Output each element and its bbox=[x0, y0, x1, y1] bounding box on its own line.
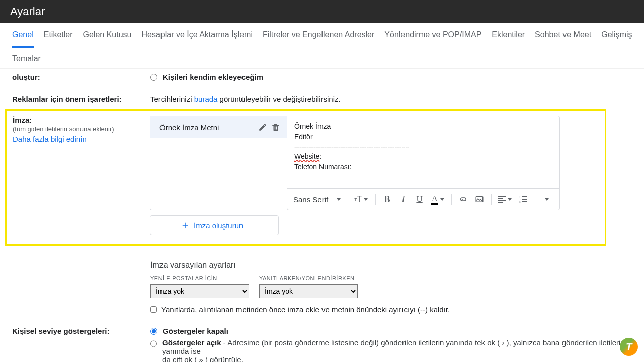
new-emails-label: YENİ E-POSTALAR İÇİN bbox=[150, 275, 249, 281]
svg-text:3: 3 bbox=[519, 201, 521, 203]
image-button[interactable] bbox=[473, 193, 486, 206]
tab-labels[interactable]: Etiketler bbox=[44, 30, 73, 48]
signature-item[interactable]: Örnek İmza Metni bbox=[150, 116, 287, 138]
sig-separator: ----------------------------------------… bbox=[294, 142, 552, 151]
remove-separator-label: Yanıtlarda, alıntılanan metinden önce im… bbox=[161, 305, 450, 314]
reply-forward-label: YANITLARKEN/YÖNLENDİRİRKEN bbox=[259, 275, 358, 281]
indicators-on-radio[interactable] bbox=[150, 340, 157, 347]
page-title: Ayarlar bbox=[0, 0, 644, 23]
chevron-down-icon bbox=[508, 198, 512, 201]
new-emails-signature-select[interactable]: İmza yok bbox=[150, 284, 249, 298]
signature-learn-more-link[interactable]: Daha fazla bilgi edinin bbox=[13, 135, 150, 143]
tab-themes[interactable]: Temalar bbox=[12, 54, 41, 63]
indicators-on-label: Göstergeler açık - Adresime (bir posta g… bbox=[162, 338, 632, 362]
more-formatting-button[interactable] bbox=[540, 193, 553, 206]
sig-line-2: Editör bbox=[294, 132, 552, 142]
indicators-off-label: Göstergeler kapalı bbox=[163, 327, 228, 335]
signature-item-name: Örnek İmza Metni bbox=[159, 123, 255, 132]
font-size-picker[interactable]: тT bbox=[352, 193, 370, 206]
create-signature-button[interactable]: İmza oluşturun bbox=[150, 215, 279, 235]
indicators-label: Kişisel seviye göstergeleri: bbox=[12, 327, 150, 362]
sig-line-4: Telefon Numarası: bbox=[294, 162, 552, 172]
svg-rect-4 bbox=[498, 202, 503, 203]
bold-button[interactable]: B bbox=[381, 193, 394, 206]
plus-icon bbox=[181, 221, 190, 230]
signature-editor-panel: Örnek İmza Editör ----------------------… bbox=[287, 116, 560, 210]
ads-label: Reklamlar için önem işaretleri: bbox=[12, 95, 150, 103]
chevron-down-icon bbox=[364, 198, 368, 201]
tab-filters[interactable]: Filtreler ve Engellenen Adresler bbox=[263, 30, 374, 48]
contacts-label: oluştur: bbox=[12, 73, 150, 81]
align-button[interactable] bbox=[497, 193, 514, 206]
chevron-down-icon bbox=[545, 198, 549, 201]
signature-editor[interactable]: Örnek İmza Editör ----------------------… bbox=[287, 116, 559, 188]
svg-rect-2 bbox=[498, 198, 503, 199]
tab-accounts[interactable]: Hesaplar ve İçe Aktarma İşlemi bbox=[141, 30, 253, 48]
link-button[interactable] bbox=[457, 193, 470, 206]
signature-defaults-title: İmza varsayılan ayarları bbox=[150, 261, 632, 270]
tab-general[interactable]: Genel bbox=[12, 30, 34, 48]
sig-line-3: Website: bbox=[294, 151, 552, 162]
signature-highlight: İmza: (tüm giden iletilerin sonuna eklen… bbox=[5, 109, 606, 246]
ads-text-prefix: Tercihlerinizi bbox=[150, 95, 194, 103]
indicators-off-radio[interactable] bbox=[150, 328, 157, 335]
italic-button[interactable]: I bbox=[397, 193, 410, 206]
font-family-picker[interactable]: Sans Serif bbox=[292, 193, 342, 206]
text-color-button[interactable]: A bbox=[429, 193, 446, 206]
svg-rect-3 bbox=[498, 200, 506, 201]
settings-tabs-row2: Temalar bbox=[0, 48, 644, 69]
signature-toolbar: Sans Serif тT B I U A bbox=[287, 188, 559, 210]
svg-rect-8 bbox=[522, 199, 527, 200]
watermark-logo: T bbox=[620, 338, 638, 356]
edit-icon[interactable] bbox=[258, 122, 268, 132]
tab-advanced[interactable]: Gelişmiş bbox=[601, 30, 632, 48]
settings-tabs: Genel Etiketler Gelen Kutusu Hesaplar ve… bbox=[0, 23, 644, 48]
remove-separator-checkbox[interactable] bbox=[150, 306, 157, 313]
tab-inbox[interactable]: Gelen Kutusu bbox=[83, 30, 132, 48]
sig-line-1: Örnek İmza bbox=[294, 121, 552, 132]
svg-rect-1 bbox=[498, 196, 506, 197]
reply-signature-select[interactable]: İmza yok bbox=[259, 284, 358, 298]
ads-here-link[interactable]: burada bbox=[194, 95, 218, 103]
tab-chat[interactable]: Sohbet ve Meet bbox=[535, 30, 591, 48]
contacts-manual-radio[interactable] bbox=[150, 74, 157, 81]
tab-forwarding[interactable]: Yönlendirme ve POP/IMAP bbox=[384, 30, 481, 48]
underline-button[interactable]: U bbox=[413, 193, 426, 206]
chevron-down-icon bbox=[337, 198, 341, 201]
svg-rect-6 bbox=[522, 196, 527, 197]
delete-icon[interactable] bbox=[271, 122, 281, 132]
tab-addons[interactable]: Eklentiler bbox=[492, 30, 525, 48]
signature-list: Örnek İmza Metni bbox=[150, 116, 287, 210]
signature-label: İmza: bbox=[13, 116, 150, 124]
list-button[interactable]: 123 bbox=[517, 193, 530, 206]
signature-sub: (tüm giden iletilerin sonuna eklenir) bbox=[13, 125, 150, 133]
ads-text-suffix: görüntüleyebilir ve değiştirebilirsiniz. bbox=[217, 95, 340, 103]
chevron-down-icon bbox=[440, 198, 444, 201]
contacts-manual-label: Kişileri kendim ekleyeceğim bbox=[163, 73, 263, 81]
svg-rect-10 bbox=[522, 201, 527, 202]
